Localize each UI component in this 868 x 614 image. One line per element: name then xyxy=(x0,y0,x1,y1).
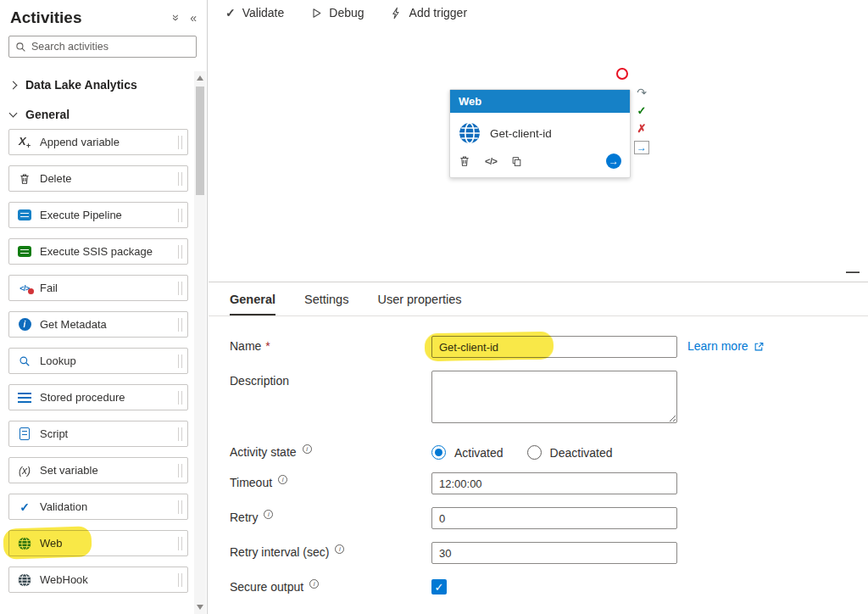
sidebar-item-fail[interactable]: </> Fail xyxy=(8,275,188,301)
chevron-right-icon xyxy=(9,81,18,89)
group-general[interactable]: General xyxy=(0,99,193,129)
activity-state-row: Activity statei Activated Deactivated xyxy=(230,442,868,460)
item-label: Lookup xyxy=(40,354,76,367)
retry-row: Retryi xyxy=(230,507,868,529)
item-label: Get Metadata xyxy=(40,318,107,331)
set-variable-icon: (x) xyxy=(17,465,32,477)
execute-pipeline-icon xyxy=(17,209,32,220)
drag-handle-icon xyxy=(178,209,182,222)
debug-label: Debug xyxy=(329,6,364,20)
timeout-input[interactable] xyxy=(431,472,677,494)
scroll-up-icon[interactable] xyxy=(197,75,203,81)
get-metadata-icon: i xyxy=(17,318,32,331)
collapse-all-icon[interactable]: » xyxy=(170,14,183,21)
sidebar-item-validation[interactable]: ✓ Validation xyxy=(8,494,188,520)
item-label: Set variable xyxy=(40,464,98,477)
secure-output-checkbox[interactable] xyxy=(431,579,447,594)
timeout-label: Timeouti xyxy=(230,472,431,489)
failure-port-icon[interactable]: ✗ xyxy=(637,123,647,134)
stored-procedure-icon xyxy=(17,393,32,403)
retry-interval-row: Retry interval (sec)i xyxy=(230,542,868,564)
activities-search[interactable] xyxy=(8,36,197,58)
delete-activity-icon[interactable] xyxy=(459,155,470,167)
sidebar-item-set-variable[interactable]: (x) Set variable xyxy=(8,457,188,483)
sidebar-item-append-variable[interactable]: X+ Append variable xyxy=(8,129,188,155)
scroll-down-icon[interactable] xyxy=(197,605,203,610)
retry-label: Retryi xyxy=(230,507,431,524)
drag-handle-icon xyxy=(178,318,182,332)
code-icon[interactable]: </> xyxy=(485,156,497,166)
activity-state-label: Activity statei xyxy=(230,442,431,459)
activities-header: Activities » « xyxy=(0,0,207,31)
learn-more-link[interactable]: Learn more xyxy=(687,336,765,353)
secure-output-label: Secure outputi xyxy=(230,577,431,594)
append-variable-icon: X+ xyxy=(17,135,32,150)
retry-interval-label: Retry interval (sec)i xyxy=(230,542,431,559)
scrollbar-thumb[interactable] xyxy=(196,87,204,195)
item-label: Delete xyxy=(40,172,72,185)
item-label: Fail xyxy=(40,282,58,294)
sidebar-item-delete[interactable]: Delete xyxy=(8,165,188,192)
drag-handle-icon xyxy=(178,500,182,514)
validate-label: Validate xyxy=(242,6,285,20)
name-label: Name* xyxy=(230,336,431,353)
activities-list: Data Lake Analytics General X+ Append va… xyxy=(0,70,193,614)
deactivated-label: Deactivated xyxy=(550,446,613,460)
info-icon: i xyxy=(335,544,344,554)
drag-handle-icon xyxy=(178,354,182,368)
validate-button[interactable]: ✓ Validate xyxy=(225,6,284,20)
sidebar-item-execute-ssis-package[interactable]: Execute SSIS package xyxy=(8,238,188,265)
add-trigger-label: Add trigger xyxy=(409,6,467,20)
activated-radio[interactable] xyxy=(431,445,446,460)
timeout-row: Timeouti xyxy=(230,472,868,494)
trash-icon xyxy=(17,173,32,185)
play-icon xyxy=(309,7,322,20)
add-trigger-button[interactable]: Add trigger xyxy=(390,6,467,20)
search-icon xyxy=(15,42,26,53)
collapse-panel-icon[interactable]: « xyxy=(190,11,197,25)
web-activity-node[interactable]: Web Get-client-id </> → xyxy=(449,89,631,178)
panel-collapse-icon[interactable]: — xyxy=(846,265,860,280)
description-input[interactable] xyxy=(431,371,677,423)
tab-general[interactable]: General xyxy=(230,293,275,315)
sidebar-scrollbar[interactable] xyxy=(194,71,206,614)
deactivated-radio[interactable] xyxy=(527,445,542,460)
tab-user-properties[interactable]: User properties xyxy=(377,293,461,315)
retry-interval-input[interactable] xyxy=(431,542,677,564)
lightning-icon xyxy=(390,7,403,20)
drag-handle-icon xyxy=(178,464,182,477)
node-output-ports: ↷ ✓ ✗ → xyxy=(634,87,649,154)
tab-settings[interactable]: Settings xyxy=(304,293,348,315)
activities-panel: Activities » « Data Lake Analytics Gener… xyxy=(0,0,208,614)
item-label: Stored procedure xyxy=(40,391,125,404)
sidebar-item-stored-procedure[interactable]: Stored procedure xyxy=(8,384,188,410)
sidebar-item-web[interactable]: Web xyxy=(8,530,188,556)
group-data-lake-analytics[interactable]: Data Lake Analytics xyxy=(0,70,193,99)
node-body: Get-client-id xyxy=(450,113,630,148)
clone-activity-icon[interactable] xyxy=(511,156,522,167)
chevron-down-icon xyxy=(9,109,18,118)
sidebar-item-lookup[interactable]: Lookup xyxy=(8,348,188,374)
check-icon: ✓ xyxy=(225,6,236,20)
debug-button[interactable]: Debug xyxy=(309,6,364,20)
description-label: Description xyxy=(230,371,431,388)
sidebar-item-get-metadata[interactable]: i Get Metadata xyxy=(8,311,188,338)
name-input[interactable] xyxy=(431,336,677,358)
sidebar-item-webhook[interactable]: WebHook xyxy=(8,567,188,593)
node-actions: </> → xyxy=(450,148,630,177)
info-icon: i xyxy=(278,475,287,484)
external-link-icon xyxy=(754,341,765,352)
skip-port-icon[interactable]: ↷ xyxy=(637,87,647,98)
search-input[interactable] xyxy=(31,41,190,53)
drag-handle-icon xyxy=(178,391,182,405)
completion-port-icon[interactable]: → xyxy=(634,141,649,154)
item-label: Web xyxy=(40,537,63,550)
sidebar-item-execute-pipeline[interactable]: Execute Pipeline xyxy=(8,202,188,228)
retry-input[interactable] xyxy=(431,507,677,529)
success-port-icon[interactable]: ✓ xyxy=(637,105,647,116)
next-connector-icon[interactable]: → xyxy=(606,154,621,169)
fail-icon: </> xyxy=(17,284,32,293)
secure-output-row: Secure outputi xyxy=(230,577,868,594)
pipeline-canvas[interactable]: Web Get-client-id </> → ↷ ✓ ✗ → xyxy=(209,25,868,282)
sidebar-item-script[interactable]: Script xyxy=(8,421,188,447)
